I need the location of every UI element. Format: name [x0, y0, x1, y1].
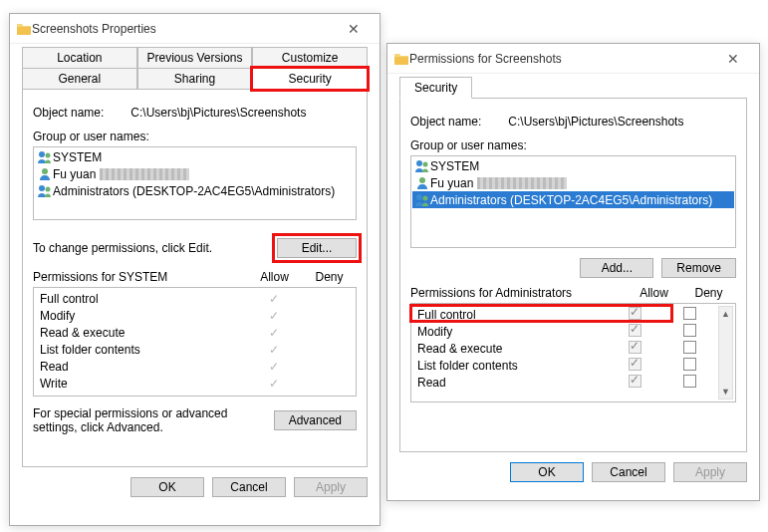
group-users-label: Group or user names:	[410, 138, 736, 152]
svg-point-6	[423, 161, 428, 166]
list-item-label: Fu yuan	[430, 176, 473, 190]
scrollbar-down-icon[interactable]: ▼	[719, 385, 732, 399]
users-icon	[414, 158, 430, 174]
tab-security-label: Security	[289, 72, 332, 86]
scrollbar-up-icon[interactable]: ▲	[719, 307, 732, 321]
permission-label: Read	[415, 376, 608, 390]
list-item-label: SYSTEM	[430, 159, 479, 173]
ok-button[interactable]: OK	[510, 462, 584, 482]
deny-checkbox[interactable]	[683, 324, 696, 337]
permission-label: Read & execute	[415, 342, 608, 356]
permission-label: Full control	[38, 292, 246, 306]
tab-customize[interactable]: Customize	[252, 47, 368, 68]
permission-row: Read & execute	[415, 340, 717, 357]
window-title: Permissions for Screenshots	[409, 52, 713, 66]
permission-row: Modify	[415, 323, 717, 340]
allow-checkbox[interactable]	[629, 341, 641, 354]
advanced-button[interactable]: Advanced	[274, 410, 357, 430]
tab-sharing[interactable]: Sharing	[137, 68, 253, 90]
list-item[interactable]: Administrators (DESKTOP-2AC4EG5\Administ…	[35, 182, 355, 199]
edit-button[interactable]: Edit...	[277, 238, 357, 258]
group-users-list[interactable]: SYSTEM Fu yuan Administrators (DESKTOP-2…	[410, 155, 736, 248]
allow-check-icon: ✓	[269, 360, 279, 374]
ok-button[interactable]: OK	[130, 477, 204, 497]
permission-row: Modify✓	[38, 307, 356, 324]
list-item[interactable]: Fu yuan	[35, 165, 355, 182]
permission-row: Read	[415, 374, 717, 391]
svg-point-9	[423, 195, 428, 200]
tab-previous-versions[interactable]: Previous Versions	[137, 47, 253, 68]
permissions-list[interactable]: Full control Modify Read & execute List …	[410, 303, 736, 402]
list-item-label: Administrators (DESKTOP-2AC4EG5\Administ…	[430, 193, 712, 207]
folder-icon	[16, 21, 32, 37]
permission-row: Read & execute✓	[38, 324, 356, 341]
svg-point-3	[39, 185, 45, 191]
svg-point-1	[46, 152, 51, 157]
permission-row: List folder contents	[415, 357, 717, 374]
tab-security[interactable]: Security	[399, 77, 472, 99]
advanced-hint: For special permissions or advanced sett…	[33, 406, 274, 434]
allow-checkbox[interactable]	[629, 375, 641, 388]
scrollbar[interactable]: ▲▼	[718, 306, 733, 399]
permission-label: Full control	[415, 308, 608, 322]
tabstrip: Location Previous Versions Customize Gen…	[22, 47, 368, 90]
permission-row: List folder contents✓	[38, 341, 356, 358]
permission-label: List folder contents	[38, 343, 246, 357]
redacted-text	[100, 168, 189, 180]
apply-button[interactable]: Apply	[673, 462, 747, 482]
object-name-label: Object name:	[33, 106, 128, 120]
apply-button[interactable]: Apply	[294, 477, 368, 497]
list-item[interactable]: Administrators (DESKTOP-2AC4EG5\Administ…	[412, 191, 734, 208]
list-item[interactable]: SYSTEM	[412, 157, 734, 174]
permissions-for-label: Permissions for SYSTEM	[33, 270, 247, 284]
group-users-list[interactable]: SYSTEM Fu yuan Administrators (DESKTOP-2…	[33, 146, 357, 220]
deny-checkbox[interactable]	[683, 375, 696, 388]
allow-column-header: Allow	[247, 270, 302, 284]
permission-row: Write✓	[38, 375, 356, 392]
deny-checkbox[interactable]	[683, 358, 696, 371]
allow-checkbox[interactable]	[629, 307, 641, 320]
allow-checkbox[interactable]	[629, 358, 641, 371]
permissions-dialog: Permissions for Screenshots ✕ Security O…	[386, 43, 760, 501]
permission-label: Read	[38, 360, 246, 374]
tab-general[interactable]: General	[22, 68, 137, 90]
properties-dialog: Screenshots Properties ✕ Location Previo…	[9, 13, 381, 526]
close-button[interactable]: ✕	[713, 45, 753, 73]
tab-content-security: Object name: C:\Users\bj\Pictures\Screen…	[22, 89, 368, 467]
allow-column-header: Allow	[627, 286, 681, 300]
list-item[interactable]: Fu yuan	[412, 174, 734, 191]
tab-location[interactable]: Location	[22, 47, 137, 68]
svg-point-0	[39, 151, 45, 157]
titlebar: Permissions for Screenshots ✕	[387, 44, 759, 74]
close-button[interactable]: ✕	[334, 15, 374, 43]
permission-label: List folder contents	[415, 359, 608, 373]
permissions-for-label: Permissions for Administrators	[410, 286, 627, 300]
deny-checkbox[interactable]	[683, 341, 696, 354]
svg-point-8	[416, 194, 422, 200]
permissions-list[interactable]: Full control✓ Modify✓ Read & execute✓ Li…	[33, 287, 357, 397]
tab-security[interactable]: Security	[252, 68, 368, 90]
list-item-label: Administrators (DESKTOP-2AC4EG5\Administ…	[53, 184, 335, 198]
add-button[interactable]: Add...	[580, 258, 653, 278]
users-icon	[37, 183, 53, 199]
cancel-button[interactable]: Cancel	[212, 477, 286, 497]
list-item-label: Fu yuan	[53, 167, 96, 181]
remove-button[interactable]: Remove	[661, 258, 736, 278]
allow-check-icon: ✓	[269, 292, 279, 306]
object-name-value: C:\Users\bj\Pictures\Screenshots	[130, 106, 306, 120]
tab-content-security: Object name: C:\Users\bj\Pictures\Screen…	[399, 98, 747, 452]
list-item[interactable]: SYSTEM	[35, 148, 355, 165]
deny-column-header: Deny	[681, 286, 736, 300]
svg-point-2	[42, 168, 48, 174]
svg-point-5	[416, 160, 422, 166]
cancel-button[interactable]: Cancel	[592, 462, 665, 482]
object-name-label: Object name:	[410, 115, 505, 129]
permission-label: Read & execute	[38, 326, 246, 340]
object-name-value: C:\Users\bj\Pictures\Screenshots	[508, 115, 683, 129]
deny-checkbox[interactable]	[683, 307, 696, 320]
change-permissions-hint: To change permissions, click Edit.	[33, 241, 277, 255]
permission-label: Modify	[38, 309, 246, 323]
titlebar: Screenshots Properties ✕	[10, 14, 380, 44]
redacted-text	[477, 177, 567, 189]
allow-checkbox[interactable]	[629, 324, 641, 337]
